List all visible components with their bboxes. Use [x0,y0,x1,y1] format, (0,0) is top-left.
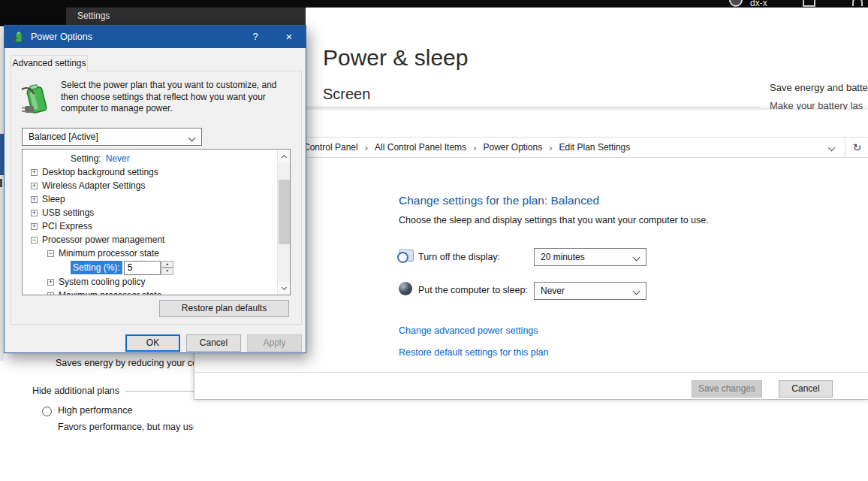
page-title: Power & sleep [323,45,468,71]
help-button[interactable]: ? [243,26,268,48]
high-performance-description: Favors performance, but may use n [58,422,194,433]
scroll-up-icon[interactable] [278,150,291,162]
breadcrumb-edit-plan-settings[interactable]: Edit Plan Settings [559,142,631,153]
breadcrumb-separator-icon: › [365,142,368,153]
save-changes-button[interactable]: Save changes [692,380,762,398]
spin-down-icon[interactable]: ▼ [161,268,173,275]
advanced-settings-panel: Select the power plan that you want to c… [11,71,302,325]
breadcrumb: Control Panel › All Control Panel Items … [303,138,630,157]
balanced-plan-description: Saves energy by reducing your com [56,358,194,369]
hide-plans-divider [125,391,194,392]
breadcrumb-all-items[interactable]: All Control Panel Items [375,142,466,153]
sleep-label: Put the computer to sleep: [418,285,528,295]
change-advanced-power-settings-link[interactable]: Change advanced power settings [399,325,538,336]
refresh-button[interactable]: ↻ [845,137,868,158]
scrollbar-thumb[interactable] [279,180,290,244]
collapse-icon[interactable]: − [47,250,54,257]
section-heading-screen: Screen [323,86,370,103]
expand-icon[interactable]: + [31,196,38,203]
tree-scrollbar[interactable] [277,150,290,295]
breadcrumb-separator-icon: › [549,142,552,153]
setting-label: Setting: [71,153,101,164]
chevron-down-icon [633,288,640,295]
avatar[interactable] [729,0,743,7]
plan-select[interactable]: Balanced [Active] [22,128,202,146]
tip-text: Make your battery las [770,100,868,110]
mail-icon[interactable] [803,0,815,7]
tip-text-clip: Make your battery las [770,100,868,110]
tree-row[interactable]: + System cooling policy [23,275,290,289]
high-performance-radio[interactable] [42,407,52,416]
cancel-button[interactable]: Cancel [186,334,241,352]
display-clock-icon [399,250,414,262]
setting-percent-stepper: ▲ ▼ [161,261,173,275]
bell-icon[interactable] [852,0,863,6]
tree-row[interactable]: + Desktop background settings [23,165,290,179]
cancel-button-cp[interactable]: Cancel [779,380,833,398]
tip-heading: Save energy and batte [770,82,868,93]
refresh-icon: ↻ [853,141,862,153]
breadcrumb-control-panel[interactable]: Control Panel [303,142,358,153]
tree-row-setting-percent[interactable]: Setting (%): ▲ ▼ [23,260,290,275]
hide-additional-plans-link[interactable]: Hide additional plans [32,386,119,396]
dialog-title: Power Options [31,32,92,42]
window-edge-mark [0,179,2,187]
user-name: dx-x [750,0,767,8]
sleep-timeout-value: Never [541,286,565,296]
power-options-icon [12,31,24,43]
sleep-moon-icon [399,282,412,295]
display-timeout-select[interactable]: 20 minutes [534,248,646,266]
tree-row-setting-never[interactable]: Setting: Never [23,152,290,165]
expand-icon[interactable]: + [47,279,54,286]
apply-button[interactable]: Apply [247,334,302,352]
expand-icon[interactable]: + [31,183,38,189]
expand-icon[interactable]: + [31,210,38,216]
top-bar: dx-x [0,0,868,8]
chevron-down-icon [188,135,196,142]
setting-value[interactable]: Never [106,153,130,164]
scroll-down-icon[interactable] [278,282,291,295]
dialog-intro-text: Select the power plan that you want to c… [61,80,295,115]
button-area-divider [194,372,868,373]
settings-tree[interactable]: Setting: Never + Desktop background sett… [22,149,291,295]
sleep-timeout-select[interactable]: Never [534,282,646,300]
chevron-down-icon [633,254,640,262]
breadcrumb-separator-icon: › [473,142,476,153]
dialog-titlebar[interactable]: Power Options ? × [5,26,306,48]
tree-row[interactable]: + Sleep [23,192,290,206]
settings-window-titlebar[interactable]: Settings [66,8,306,25]
section-divider [306,107,760,107]
high-performance-label: High performance [58,405,132,416]
expand-icon[interactable]: + [31,169,38,176]
setting-percent-label: Setting (%): [71,261,122,274]
expand-icon[interactable]: + [47,292,54,296]
spin-up-icon[interactable]: ▲ [161,261,173,268]
tree-row[interactable]: + Wireless Adapter Settings [23,179,290,192]
tree-row[interactable]: + USB settings [23,206,290,219]
setting-percent-input[interactable] [124,261,161,275]
restore-plan-defaults-button[interactable]: Restore plan defaults [159,300,289,317]
ok-button[interactable]: OK [125,334,180,352]
display-timeout-value: 20 minutes [541,252,585,262]
power-options-dialog: Power Options ? × Advanced settings Sele… [4,25,306,353]
tree-row[interactable]: + Maximum processor state [23,289,290,295]
settings-window-title: Settings [77,11,110,21]
battery-plan-icon [20,80,53,116]
expand-icon[interactable]: + [31,223,38,230]
close-icon[interactable]: × [274,26,304,48]
tree-row[interactable]: − Minimum processor state [23,247,290,260]
tab-advanced-settings[interactable]: Advanced settings [11,55,88,71]
restore-default-settings-link[interactable]: Restore default settings for this plan [399,347,548,358]
breadcrumb-power-options[interactable]: Power Options [483,142,542,153]
plan-select-value: Balanced [Active] [29,132,98,142]
plan-description: Choose the sleep and display settings th… [399,215,709,225]
address-dropdown-icon[interactable] [828,144,836,152]
tree-row[interactable]: − Processor power management [23,233,290,247]
turn-off-display-label: Turn off the display: [418,252,500,262]
collapse-icon[interactable]: − [31,237,38,244]
screen: dx-x Settings Power & sleep Screen Save … [0,0,868,481]
plan-heading: Change settings for the plan: Balanced [399,194,599,207]
tree-row[interactable]: + PCI Express [23,219,290,233]
